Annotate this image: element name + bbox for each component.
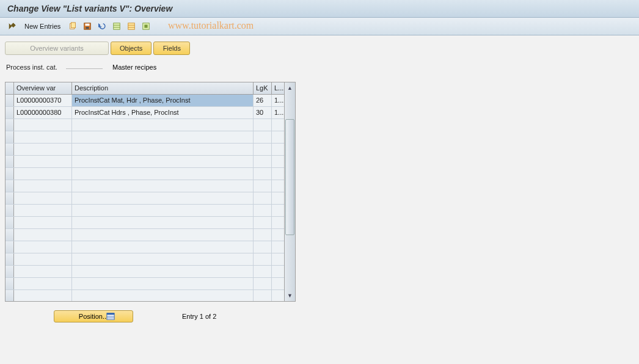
- cell-c4: [272, 192, 284, 204]
- cell-c2: [72, 266, 254, 277]
- row-selector[interactable]: [5, 107, 14, 118]
- cell-c3: [254, 180, 272, 192]
- cell-c1[interactable]: L00000000380: [14, 107, 72, 118]
- grid-header: Overview var Description LgK L...: [5, 82, 284, 95]
- cell-c2: [72, 205, 254, 216]
- cell-c1: [14, 217, 72, 228]
- svg-rect-8: [128, 23, 135, 30]
- scroll-thumb[interactable]: [285, 119, 294, 235]
- scroll-up-icon[interactable]: ▲: [285, 83, 295, 93]
- table-row: [5, 290, 284, 301]
- cell-c4: [272, 119, 284, 131]
- cell-c3: [254, 156, 272, 167]
- svg-rect-14: [107, 313, 114, 315]
- copy-icon[interactable]: [67, 20, 79, 32]
- entry-counter: Entry 1 of 2: [182, 313, 216, 320]
- cell-c4: [272, 253, 284, 265]
- grid-header-lgk[interactable]: LgK: [254, 82, 272, 94]
- position-icon: [106, 312, 115, 321]
- table-row: [5, 229, 284, 241]
- table-row: [5, 217, 284, 229]
- table-row[interactable]: L00000000380ProcInstCat Hdrs , Phase, Pr…: [5, 107, 284, 119]
- svg-rect-5: [114, 23, 120, 30]
- row-selector: [5, 144, 14, 155]
- vertical-scrollbar[interactable]: ▲ ▼: [284, 82, 295, 301]
- cell-c2: [72, 119, 254, 131]
- cell-c3[interactable]: 30: [254, 107, 272, 118]
- cell-c4: [272, 229, 284, 241]
- header-field-row: Process inst. cat. Master recipes: [6, 64, 634, 71]
- cell-c1[interactable]: L00000000370: [14, 95, 72, 106]
- tab-fields[interactable]: Fields: [153, 42, 190, 55]
- cell-c4: [272, 205, 284, 216]
- table-row: [5, 144, 284, 156]
- grid-header-l[interactable]: L...: [272, 82, 284, 94]
- save-icon[interactable]: [81, 20, 93, 32]
- cell-c1: [14, 290, 72, 301]
- cell-c3: [254, 131, 272, 143]
- table-row: [5, 266, 284, 278]
- cell-c3: [254, 290, 272, 301]
- cell-c3: [254, 217, 272, 228]
- undo-icon[interactable]: [96, 20, 108, 32]
- row-selector: [5, 229, 14, 241]
- cell-c2: [72, 168, 254, 180]
- row-selector: [5, 241, 14, 253]
- cell-c4: [272, 241, 284, 253]
- grid-header-selector[interactable]: [5, 82, 14, 94]
- cell-c1: [14, 278, 72, 289]
- svg-rect-1: [71, 23, 76, 28]
- cell-c3: [254, 278, 272, 289]
- process-inst-cat-label: Process inst. cat.: [6, 64, 62, 71]
- cell-c1: [14, 266, 72, 277]
- scroll-down-icon[interactable]: ▼: [285, 291, 295, 300]
- cell-c4[interactable]: 1...: [272, 107, 284, 118]
- cell-c4: [272, 168, 284, 180]
- new-entries-button[interactable]: New Entries: [24, 23, 60, 30]
- cell-c1: [14, 229, 72, 241]
- delimit-icon[interactable]: [140, 20, 152, 32]
- cell-c4[interactable]: 1...: [272, 95, 284, 106]
- toggle-icon[interactable]: [6, 20, 18, 32]
- tab-overview-variants: Overview variants: [5, 42, 109, 55]
- cell-c2[interactable]: ProcInstCat Hdrs , Phase, ProcInst: [72, 107, 254, 118]
- cell-c4: [272, 131, 284, 143]
- watermark-text: www.tutorialkart.com: [168, 20, 254, 31]
- data-grid: Overview var Description LgK L... L00000…: [5, 82, 296, 302]
- table-row: [5, 168, 284, 180]
- select-all-icon[interactable]: [111, 20, 123, 32]
- grid-header-description[interactable]: Description: [72, 82, 254, 94]
- row-selector[interactable]: [5, 95, 14, 106]
- row-selector: [5, 131, 14, 143]
- cell-c3: [254, 266, 272, 277]
- cell-c1: [14, 253, 72, 265]
- svg-rect-3: [86, 24, 90, 26]
- cell-c4: [272, 290, 284, 301]
- cell-c3: [254, 229, 272, 241]
- footer-row: Position... Entry 1 of 2: [5, 310, 634, 322]
- tab-objects[interactable]: Objects: [111, 42, 152, 55]
- cell-c3: [254, 241, 272, 253]
- cell-c3[interactable]: 26: [254, 95, 272, 106]
- cell-c4: [272, 217, 284, 228]
- content-area: Overview variants Objects Fields Process…: [0, 35, 639, 329]
- title-bar: Change View "List variants V": Overview: [0, 0, 639, 18]
- table-row: [5, 205, 284, 217]
- process-inst-cat-text: Master recipes: [112, 64, 156, 71]
- table-row: [5, 131, 284, 144]
- cell-c3: [254, 253, 272, 265]
- cell-c3: [254, 168, 272, 180]
- cell-c4: [272, 156, 284, 167]
- table-row[interactable]: L00000000370ProcInstCat Mat, Hdr , Phase…: [5, 95, 284, 107]
- cell-c2: [72, 180, 254, 192]
- cell-c1: [14, 168, 72, 180]
- cell-c3: [254, 144, 272, 155]
- cell-c2: [72, 156, 254, 167]
- table-row: [5, 241, 284, 253]
- grid-header-overview-var[interactable]: Overview var: [14, 82, 72, 94]
- deselect-all-icon[interactable]: [125, 20, 137, 32]
- cell-c2[interactable]: ProcInstCat Mat, Hdr , Phase, ProcInst: [72, 95, 254, 106]
- cell-c2: [72, 253, 254, 265]
- svg-rect-12: [145, 24, 148, 27]
- position-button[interactable]: Position...: [54, 310, 133, 322]
